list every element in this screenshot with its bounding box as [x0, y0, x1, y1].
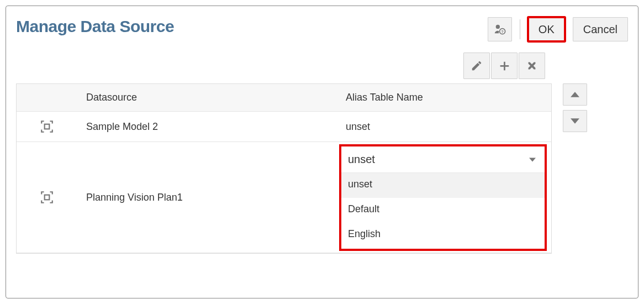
chevron-down-icon	[529, 156, 536, 164]
alias-option-english[interactable]: English	[341, 223, 545, 248]
add-button[interactable]	[491, 53, 518, 79]
user-help-icon: ?	[494, 23, 506, 35]
datasource-type-icon	[40, 190, 54, 205]
alias-value: unset	[337, 112, 551, 141]
separator	[520, 19, 520, 39]
reorder-buttons	[563, 83, 587, 132]
alias-dropdown[interactable]: unset unset Default English	[339, 144, 547, 251]
ok-button[interactable]: OK	[528, 17, 565, 41]
plus-icon	[498, 60, 510, 72]
table-area: Datasource Alias Table Name Sample Model…	[16, 83, 628, 254]
triangle-down-icon	[571, 118, 579, 124]
alias-dropdown-selected[interactable]: unset	[341, 146, 545, 173]
table-row[interactable]: Sample Model 2 unset	[17, 112, 551, 142]
datasource-name: Sample Model 2	[77, 112, 337, 141]
dialog-top-buttons: ? OK Cancel	[488, 17, 628, 41]
delete-button[interactable]	[519, 53, 545, 79]
dialog-header: Manage Data Source ? OK Cancel	[16, 17, 628, 41]
datasource-name: Planning Vision Plan1	[77, 142, 337, 253]
move-down-button[interactable]	[563, 110, 587, 132]
user-help-button[interactable]: ?	[488, 17, 512, 41]
alias-option-default[interactable]: Default	[341, 198, 545, 223]
table-action-toolbar	[16, 53, 628, 79]
svg-rect-2	[45, 124, 50, 129]
row-type-icon-cell	[17, 142, 77, 253]
cancel-button[interactable]: Cancel	[573, 17, 628, 41]
edit-button[interactable]	[463, 53, 490, 79]
move-up-button[interactable]	[563, 83, 587, 106]
row-type-icon-cell	[17, 112, 77, 141]
svg-text:?: ?	[501, 29, 504, 34]
x-icon	[526, 60, 538, 72]
alias-dropdown-selected-label: unset	[348, 153, 375, 166]
triangle-up-icon	[571, 92, 579, 97]
alias-select-cell: unset unset Default English	[337, 142, 551, 253]
table-row[interactable]: Planning Vision Plan1 unset unset Defaul…	[17, 142, 551, 253]
datasource-type-icon	[40, 119, 54, 134]
header-blank	[17, 84, 77, 111]
header-alias: Alias Table Name	[337, 84, 551, 111]
pencil-icon	[471, 60, 483, 72]
table-header-row: Datasource Alias Table Name	[17, 84, 551, 112]
page-title: Manage Data Source	[16, 17, 174, 36]
manage-data-source-dialog: Manage Data Source ? OK Cancel	[6, 6, 638, 298]
alias-option-unset[interactable]: unset	[341, 173, 545, 198]
datasource-table: Datasource Alias Table Name Sample Model…	[16, 83, 552, 254]
svg-rect-3	[45, 195, 50, 200]
header-datasource: Datasource	[77, 84, 337, 111]
